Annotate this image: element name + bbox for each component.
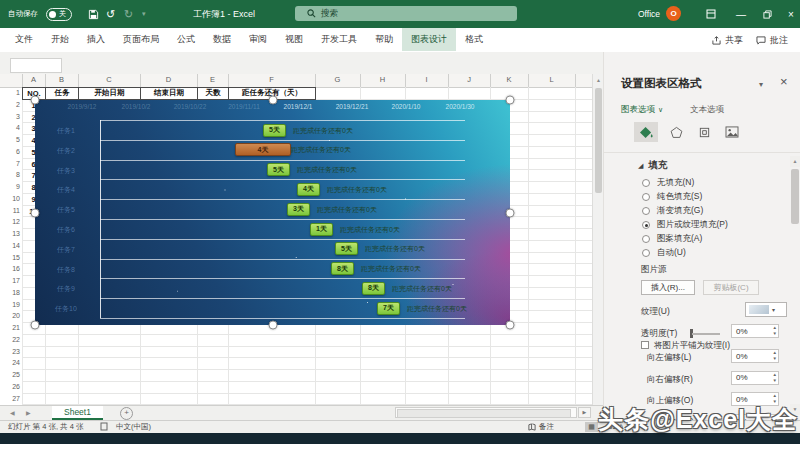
chart-selection-handle[interactable] bbox=[506, 96, 515, 105]
tab-chart-options[interactable]: 图表选项 ∨ bbox=[621, 104, 663, 116]
ribbon-display-options-icon[interactable] bbox=[702, 0, 720, 28]
bar-label-10[interactable]: 7天 bbox=[377, 302, 400, 315]
column-header-J[interactable]: J bbox=[448, 75, 490, 84]
column-header-E[interactable]: E bbox=[197, 75, 228, 84]
row-header-13[interactable]: 13 bbox=[0, 230, 20, 237]
fill-option-纯色填充(S)[interactable]: 纯色填充(S) bbox=[642, 191, 702, 203]
ribbon-tab-插入[interactable]: 插入 bbox=[78, 28, 114, 51]
add-sheet-icon[interactable]: + bbox=[120, 407, 133, 420]
row-header-8[interactable]: 8 bbox=[0, 171, 20, 178]
pane-close-icon[interactable]: × bbox=[780, 74, 788, 89]
column-header-L[interactable]: L bbox=[528, 75, 575, 84]
ribbon-tab-公式[interactable]: 公式 bbox=[168, 28, 204, 51]
chart-selection-handle[interactable] bbox=[31, 321, 40, 330]
pane-scroll-thumb[interactable] bbox=[791, 169, 799, 224]
row-header-12[interactable]: 12 bbox=[0, 218, 20, 225]
fill-option-自动(U)[interactable]: 自动(U) bbox=[642, 247, 686, 259]
ribbon-tab-图表设计[interactable]: 图表设计 bbox=[402, 28, 456, 51]
ribbon-tab-开发工具[interactable]: 开发工具 bbox=[312, 28, 366, 51]
language-indicator[interactable]: 中文(中国) bbox=[116, 422, 151, 432]
chart-selection-handle[interactable] bbox=[506, 321, 515, 330]
avatar[interactable]: O bbox=[666, 6, 681, 21]
column-header-F[interactable]: F bbox=[228, 75, 315, 84]
transparency-slider[interactable] bbox=[692, 333, 720, 335]
row-header-17[interactable]: 17 bbox=[0, 277, 20, 284]
row-header-14[interactable]: 14 bbox=[0, 242, 20, 249]
ribbon-tab-视图[interactable]: 视图 bbox=[276, 28, 312, 51]
accessibility-icon[interactable] bbox=[100, 422, 108, 431]
row-header-18[interactable]: 18 bbox=[0, 289, 20, 296]
vertical-scroll-thumb[interactable] bbox=[595, 88, 602, 193]
bar-label-6[interactable]: 1天 bbox=[310, 223, 333, 236]
fill-option-图片或纹理填充(P)[interactable]: 图片或纹理填充(P) bbox=[642, 219, 728, 231]
spin-down-icon[interactable]: ▼ bbox=[773, 378, 777, 384]
save-icon[interactable] bbox=[88, 0, 99, 28]
search-box[interactable]: 搜索 bbox=[295, 6, 517, 21]
fill-section-header[interactable]: ◢ 填充 bbox=[638, 159, 667, 172]
row-header-1[interactable]: 1 bbox=[0, 89, 20, 96]
fill-option-无填充(N)[interactable]: 无填充(N) bbox=[642, 177, 694, 189]
view-mode-button[interactable]: ▦ bbox=[585, 422, 598, 432]
fill-option-渐变填充(G)[interactable]: 渐变填充(G) bbox=[642, 205, 703, 217]
radio-icon[interactable] bbox=[642, 249, 650, 257]
row-header-23[interactable]: 23 bbox=[0, 348, 20, 355]
ribbon-tab-数据[interactable]: 数据 bbox=[204, 28, 240, 51]
effects-icon[interactable] bbox=[664, 122, 688, 142]
row-header-22[interactable]: 22 bbox=[0, 336, 20, 343]
close-button[interactable]: × bbox=[782, 0, 800, 28]
column-header-M[interactable]: M bbox=[575, 75, 592, 84]
restore-button[interactable] bbox=[758, 0, 776, 28]
radio-icon[interactable] bbox=[642, 179, 650, 187]
row-header-5[interactable]: 5 bbox=[0, 136, 20, 143]
column-header-B[interactable]: B bbox=[45, 75, 78, 84]
autosave-toggle[interactable]: 关 bbox=[46, 0, 72, 28]
column-header-C[interactable]: C bbox=[78, 75, 140, 84]
column-header-K[interactable]: K bbox=[490, 75, 528, 84]
cell-header-开始日期[interactable]: 开始日期 bbox=[78, 87, 141, 100]
column-header-G[interactable]: G bbox=[315, 75, 360, 84]
name-box[interactable] bbox=[10, 58, 62, 73]
offset-spinner-2[interactable]: 0%▲▼ bbox=[731, 371, 779, 385]
row-header-4[interactable]: 4 bbox=[0, 124, 20, 131]
row-header-16[interactable]: 16 bbox=[0, 265, 20, 272]
column-header-H[interactable]: H bbox=[360, 75, 405, 84]
ribbon-tab-文件[interactable]: 文件 bbox=[6, 28, 42, 51]
row-header-15[interactable]: 15 bbox=[0, 254, 20, 261]
spin-down-icon[interactable]: ▼ bbox=[773, 356, 777, 362]
row-header-7[interactable]: 7 bbox=[0, 160, 20, 167]
row-header-24[interactable]: 24 bbox=[0, 359, 20, 366]
radio-icon[interactable] bbox=[642, 207, 650, 215]
ribbon-tab-开始[interactable]: 开始 bbox=[42, 28, 78, 51]
ribbon-tab-审阅[interactable]: 审阅 bbox=[240, 28, 276, 51]
notes-button[interactable]: 备注 bbox=[528, 422, 554, 432]
minimize-button[interactable]: — bbox=[732, 0, 750, 28]
row-header-27[interactable]: 27 bbox=[0, 395, 20, 402]
column-header-I[interactable]: I bbox=[405, 75, 448, 84]
bar-label-7[interactable]: 5天 bbox=[335, 242, 358, 255]
row-header-20[interactable]: 20 bbox=[0, 312, 20, 319]
redo-icon[interactable]: ↻ bbox=[124, 0, 133, 28]
chart-selection-handle[interactable] bbox=[268, 321, 277, 330]
ribbon-tab-页面布局[interactable]: 页面布局 bbox=[114, 28, 168, 51]
sheet-nav-left-icon[interactable]: ◀ bbox=[10, 409, 15, 416]
bar-label-8[interactable]: 8天 bbox=[331, 262, 354, 275]
radio-icon[interactable] bbox=[642, 221, 650, 229]
row-header-11[interactable]: 11 bbox=[0, 207, 20, 214]
radio-icon[interactable] bbox=[642, 235, 650, 243]
gantt-chart[interactable]: 2019/9/122019/10/22019/10/222019/11/1120… bbox=[35, 100, 510, 325]
chart-selection-handle[interactable] bbox=[268, 96, 277, 105]
column-header-D[interactable]: D bbox=[140, 75, 197, 84]
size-properties-icon[interactable] bbox=[692, 122, 716, 142]
pane-menu-icon[interactable]: ▾ bbox=[759, 80, 763, 89]
tile-picture-checkbox[interactable] bbox=[641, 341, 649, 349]
sheet-nav-right-icon[interactable]: ▶ bbox=[26, 409, 31, 416]
cell-header-任务[interactable]: 任务 bbox=[45, 87, 79, 100]
tab-text-options[interactable]: 文本选项 bbox=[690, 104, 724, 116]
bar-label-1[interactable]: 5天 bbox=[263, 124, 286, 137]
undo-icon[interactable]: ↺ bbox=[106, 0, 115, 28]
row-header-25[interactable]: 25 bbox=[0, 371, 20, 378]
bar-label-4[interactable]: 4天 bbox=[297, 183, 320, 196]
row-header-10[interactable]: 10 bbox=[0, 195, 20, 202]
bar-label-2[interactable]: 4天 bbox=[235, 143, 291, 156]
ribbon-tab-帮助[interactable]: 帮助 bbox=[366, 28, 402, 51]
